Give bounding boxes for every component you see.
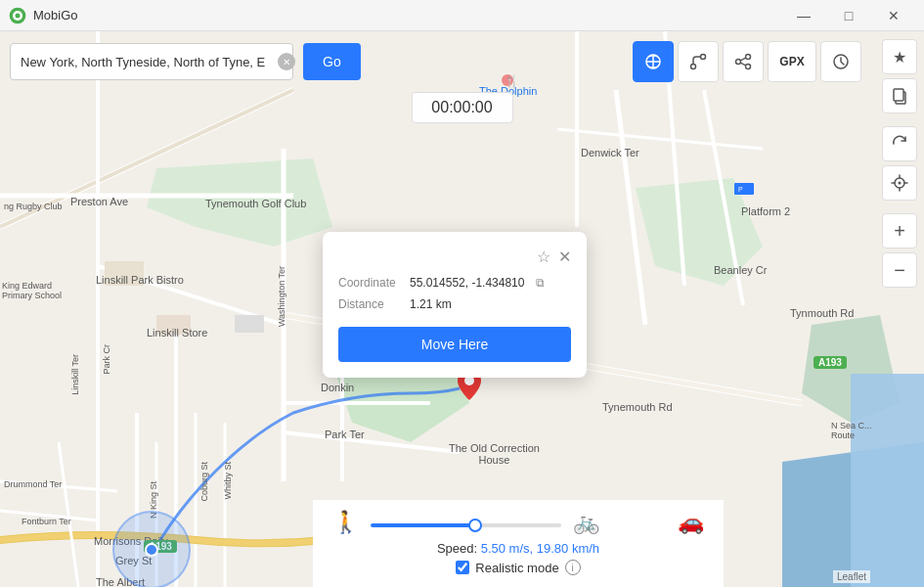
bike-icon[interactable]: 🚲 bbox=[573, 510, 599, 535]
timer-display: 00:00:00 bbox=[411, 92, 512, 123]
right-panel: ★ + − bbox=[875, 31, 924, 587]
right-divider-2 bbox=[885, 206, 914, 207]
distance-label: Distance bbox=[338, 297, 402, 311]
go-button[interactable]: Go bbox=[303, 43, 361, 80]
coordinate-row: Coordinate 55.014552, -1.434810 ⧉ bbox=[338, 276, 571, 290]
svg-rect-34 bbox=[235, 315, 264, 333]
svg-point-55 bbox=[899, 182, 902, 185]
titlebar: MobiGo — □ ✕ bbox=[0, 0, 924, 31]
realistic-mode-row: Realistic mode i bbox=[332, 560, 704, 575]
close-popup-button[interactable]: ✕ bbox=[558, 248, 571, 266]
dolphin-icon: 🍴 bbox=[505, 74, 519, 88]
right-copy-button[interactable] bbox=[882, 78, 917, 113]
speed-slider-container bbox=[371, 514, 561, 531]
gpx-button[interactable]: GPX bbox=[768, 41, 816, 82]
realistic-mode-label: Realistic mode bbox=[475, 561, 558, 575]
popup-header: ☆ ✕ bbox=[338, 248, 571, 266]
route-button[interactable] bbox=[678, 41, 719, 82]
speed-slider[interactable] bbox=[371, 523, 561, 527]
search-input[interactable] bbox=[10, 43, 293, 80]
copy-coordinate-button[interactable]: ⧉ bbox=[536, 276, 545, 290]
speed-mode-row: 🚶 🚲 🚗 bbox=[332, 510, 704, 535]
distance-row: Distance 1.21 km bbox=[338, 297, 571, 311]
svg-text:P: P bbox=[738, 186, 743, 193]
toolbar-left: ✕ Go bbox=[10, 43, 361, 80]
right-rotate-button[interactable] bbox=[882, 126, 917, 161]
history-button[interactable] bbox=[820, 41, 861, 82]
leaflet-attribution: Leaflet bbox=[833, 570, 870, 583]
svg-rect-36 bbox=[156, 315, 191, 335]
window-controls: — □ ✕ bbox=[781, 0, 916, 31]
right-favorite-button[interactable]: ★ bbox=[882, 39, 917, 74]
toolbar-right: GPX bbox=[633, 41, 914, 82]
coordinate-popup: ☆ ✕ Coordinate 55.014552, -1.434810 ⧉ Di… bbox=[323, 232, 587, 378]
realistic-info-button[interactable]: i bbox=[565, 560, 581, 575]
car-icon[interactable]: 🚗 bbox=[678, 510, 704, 535]
speed-panel: 🚶 🚲 🚗 Speed: 5.50 m/s, 19.80 km/h Realis… bbox=[313, 499, 724, 587]
maximize-button[interactable]: □ bbox=[826, 0, 871, 31]
realistic-mode-checkbox[interactable] bbox=[456, 561, 469, 574]
right-divider bbox=[885, 119, 914, 120]
svg-point-2 bbox=[16, 13, 21, 18]
close-button[interactable]: ✕ bbox=[871, 0, 916, 31]
svg-rect-35 bbox=[105, 261, 144, 286]
zoom-in-button[interactable]: + bbox=[882, 213, 917, 248]
coordinate-value: 55.014552, -1.434810 bbox=[410, 276, 524, 290]
app-logo bbox=[8, 6, 27, 25]
favorite-popup-button[interactable]: ☆ bbox=[537, 248, 550, 266]
svg-rect-38 bbox=[734, 183, 754, 195]
app-title: MobiGo bbox=[33, 8, 78, 23]
zoom-out-button[interactable]: − bbox=[882, 252, 917, 288]
a193-badge-right: A193 bbox=[814, 356, 847, 369]
teleport-button[interactable] bbox=[633, 41, 674, 82]
minimize-button[interactable]: — bbox=[781, 0, 826, 31]
location-dot bbox=[145, 543, 158, 557]
map-container: P The Dolphin The Old CorrectionHouse Pr… bbox=[0, 31, 924, 587]
share-button[interactable] bbox=[723, 41, 764, 82]
speed-value: 5.50 m/s, 19.80 km/h bbox=[481, 541, 599, 556]
svg-rect-53 bbox=[894, 89, 903, 101]
svg-line-49 bbox=[740, 58, 745, 61]
svg-point-44 bbox=[691, 65, 696, 69]
svg-point-45 bbox=[701, 55, 706, 60]
right-locate-button[interactable] bbox=[882, 165, 917, 201]
walk-icon[interactable]: 🚶 bbox=[332, 510, 359, 535]
svg-line-50 bbox=[740, 63, 745, 66]
speed-display: Speed: 5.50 m/s, 19.80 km/h bbox=[332, 541, 704, 556]
svg-point-48 bbox=[746, 65, 751, 69]
svg-point-46 bbox=[746, 55, 751, 60]
move-here-button[interactable]: Move Here bbox=[338, 327, 571, 362]
titlebar-left: MobiGo bbox=[8, 6, 78, 25]
coordinate-label: Coordinate bbox=[338, 276, 402, 290]
search-clear-button[interactable]: ✕ bbox=[278, 53, 295, 70]
svg-point-47 bbox=[736, 60, 741, 65]
speed-label: Speed: bbox=[437, 541, 477, 556]
distance-value: 1.21 km bbox=[410, 297, 452, 311]
